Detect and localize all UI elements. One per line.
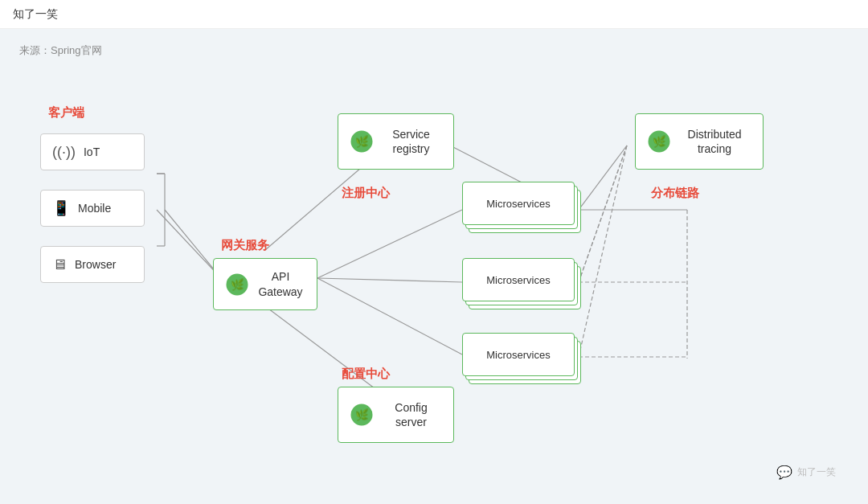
mobile-label: Mobile <box>78 202 111 215</box>
config-label: 配置中心 <box>342 367 390 382</box>
api-gateway-label: API Gateway <box>256 269 305 298</box>
svg-line-2 <box>317 210 462 278</box>
ms-box-1-front: Microservices <box>462 182 575 225</box>
browser-client-box: 🖥 Browser <box>40 246 145 283</box>
watermark: 💬 知了一笑 <box>776 465 836 480</box>
ms-1-label: Microservices <box>486 198 550 210</box>
svg-line-3 <box>317 278 462 282</box>
distributed-label: 分布链路 <box>651 186 699 201</box>
diagram: 客户端 ((·)) IoT 📱 Mobile 🖥 Browser 网关服务 🌿 … <box>16 69 852 488</box>
svg-line-7 <box>579 145 627 210</box>
ms-3-label: Microservices <box>486 349 550 361</box>
spring-icon-config: 🌿 <box>350 403 374 427</box>
browser-label: Browser <box>75 258 116 271</box>
ms-box-3-front: Microservices <box>462 333 575 376</box>
ms-2-label: Microservices <box>486 274 550 286</box>
gateway-label: 网关服务 <box>221 238 269 253</box>
registry-label: 注册中心 <box>342 186 390 201</box>
watermark-text: 知了一笑 <box>797 465 836 479</box>
top-bar-title: 知了一笑 <box>13 7 58 22</box>
svg-line-4 <box>317 278 462 354</box>
service-registry-box: 🌿 Service registry <box>338 113 454 170</box>
top-bar: 知了一笑 <box>0 0 868 29</box>
svg-line-8 <box>579 145 627 282</box>
iot-label: IoT <box>84 145 100 158</box>
mobile-client-box: 📱 Mobile <box>40 190 145 227</box>
browser-icon: 🖥 <box>52 256 67 273</box>
iot-icon: ((·)) <box>52 144 76 161</box>
config-server-box: 🌿 Config server <box>338 387 454 443</box>
iot-client-box: ((·)) IoT <box>40 133 145 170</box>
api-gateway-box: 🌿 API Gateway <box>213 258 317 310</box>
svg-line-9 <box>579 145 627 282</box>
spring-icon-registry: 🌿 <box>350 129 374 154</box>
svg-line-10 <box>579 145 627 357</box>
svg-text:🌿: 🌿 <box>355 135 369 149</box>
ms-box-2-front: Microservices <box>462 258 575 301</box>
spring-icon-gateway: 🌿 <box>225 272 249 297</box>
svg-line-0 <box>157 210 221 278</box>
svg-text:🌿: 🌿 <box>355 408 369 422</box>
svg-text:🌿: 🌿 <box>653 135 666 149</box>
client-section-title: 客户端 <box>48 105 84 121</box>
config-server-label: Config server <box>380 400 442 429</box>
source-label: 来源：Spring官网 <box>19 43 102 58</box>
spring-icon-distributed: 🌿 <box>647 129 671 154</box>
service-registry-label: Service registry <box>380 127 442 156</box>
svg-text:🌿: 🌿 <box>231 277 244 291</box>
mobile-icon: 📱 <box>52 199 70 217</box>
distributed-tracing-label: Distributed tracing <box>678 127 751 156</box>
main-content: 来源：Spring官网 <box>0 29 868 504</box>
distributed-tracing-box: 🌿 Distributed tracing <box>635 113 764 170</box>
